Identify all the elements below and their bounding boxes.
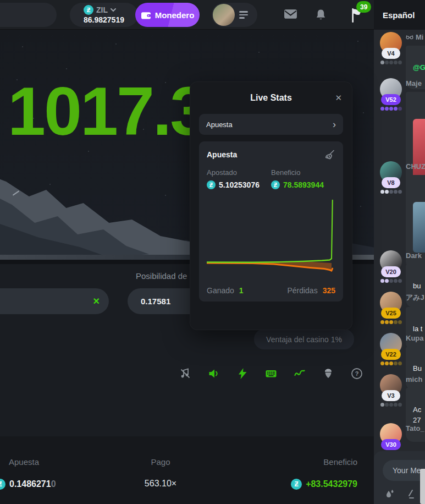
- top-bar: Ƶ ZIL 86.9827519 Monedero 39: [0, 0, 374, 30]
- medal-icons: [380, 107, 402, 111]
- session-profit-label: Beneficio: [271, 168, 335, 177]
- chat-input-container: Your Me: [374, 451, 425, 504]
- zil-coin-icon: Ƶ: [0, 479, 5, 490]
- chat-username[interactable]: Mi: [406, 33, 425, 41]
- svg-text:?: ?: [355, 370, 359, 377]
- music-off-icon[interactable]: [179, 368, 191, 380]
- vip-badge: V3: [382, 390, 400, 401]
- header-left-stub: [0, 3, 57, 27]
- acorn-icon[interactable]: [322, 368, 334, 380]
- medal-icons: [380, 320, 402, 324]
- payout-input[interactable]: ✕: [0, 288, 109, 314]
- medal-icons: [380, 361, 402, 365]
- chat-username[interactable]: mich: [406, 375, 425, 384]
- broom-icon[interactable]: [324, 149, 335, 160]
- vip-badge: V8: [382, 177, 400, 188]
- live-stats-title: Live Stats: [250, 93, 292, 103]
- session-profit-value: Ƶ78.5893944: [271, 180, 335, 189]
- help-icon[interactable]: ?: [351, 368, 363, 380]
- vip-badge: V25: [381, 308, 401, 319]
- chevron-down-icon: [111, 8, 116, 12]
- bell-icon[interactable]: [314, 8, 327, 21]
- popup-panel-sliver: [420, 469, 425, 504]
- multiplier-x-icon: ✕: [93, 296, 100, 306]
- water-drops-icon[interactable]: [385, 489, 395, 500]
- house-edge-chip: Ventaja del casino 1%: [254, 329, 354, 349]
- losses-label: Pérdidas: [287, 286, 317, 295]
- chat-username[interactable]: Maje: [406, 79, 425, 87]
- stats-card: Apuesta Apostado Ƶ5.10253076 Beneficio Ƶ…: [199, 141, 343, 302]
- chat-panel: V4 Mi @G V52 Maje: [374, 0, 425, 504]
- menu-icon[interactable]: [239, 11, 248, 19]
- live-stats-panel: Live Stats ✕ Apuesta › Apuesta Apostado …: [190, 81, 352, 330]
- currency-selector[interactable]: Ƶ ZIL 86.9827519: [70, 3, 138, 27]
- wagered-value: Ƶ5.10253076: [207, 180, 271, 189]
- vip-badge: V4: [382, 48, 400, 59]
- sound-icon[interactable]: [208, 368, 220, 380]
- chevron-right-icon: ›: [333, 119, 336, 129]
- language-selector[interactable]: Español: [383, 10, 415, 20]
- user-avatar[interactable]: [213, 4, 235, 26]
- payout-label: Pago: [151, 457, 170, 467]
- chat-username[interactable]: Kupa: [406, 334, 425, 342]
- wallet-icon: [141, 10, 151, 20]
- medal-icons: [380, 61, 402, 64]
- medal-icons: [380, 403, 402, 407]
- game-toolbar: ?: [179, 368, 363, 380]
- wins-value: 1: [239, 286, 244, 295]
- chat-username[interactable]: Tato_: [406, 424, 425, 432]
- wallet-button[interactable]: Monedero: [135, 3, 200, 27]
- wallet-label: Monedero: [155, 10, 195, 20]
- vip-badge: V52: [381, 94, 401, 105]
- wins-label: Ganado: [207, 286, 234, 295]
- payout-value: 563.10×: [145, 479, 176, 489]
- zil-coin-icon: Ƶ: [84, 5, 93, 15]
- profile-menu: [212, 3, 257, 27]
- crash-multiplier: 1017.3: [8, 77, 206, 145]
- bet-result-bar: Apuesta Ƶ 0.14862710 Pago 563.10× Benefi…: [0, 436, 374, 504]
- chat-username[interactable]: CHUZ: [406, 162, 425, 171]
- wagered-label: Apostado: [207, 168, 271, 177]
- vip-badge: V22: [381, 349, 401, 360]
- zil-coin-icon: Ƶ: [207, 180, 216, 189]
- currency-code: ZIL: [96, 6, 108, 14]
- profit-chart: [207, 197, 335, 281]
- turbo-bet-icon[interactable]: [236, 368, 249, 380]
- live-stats-icon[interactable]: [294, 368, 306, 380]
- close-icon[interactable]: ✕: [335, 93, 342, 103]
- bet-amount-label: Apuesta: [9, 457, 56, 467]
- goggles-icon: [406, 34, 413, 40]
- notification-badge: 39: [356, 1, 371, 13]
- message-image[interactable]: [413, 202, 425, 253]
- chat-message-input[interactable]: Your Me: [383, 460, 425, 481]
- win-chance-label: Posibilidad de: [136, 271, 187, 281]
- bet-amount-value: Ƶ 0.14862710: [0, 479, 56, 490]
- medal-icons: [380, 190, 402, 194]
- win-chance-value: 0.17581: [141, 297, 170, 306]
- medal-icons: [380, 279, 402, 283]
- balance-value: 86.9827519: [84, 15, 124, 24]
- mail-icon[interactable]: [284, 9, 297, 19]
- slash-underscore-icon[interactable]: [406, 489, 416, 500]
- vip-badge: V20: [381, 266, 401, 277]
- zil-coin-icon: Ƶ: [271, 180, 280, 189]
- vip-badge: V30: [381, 439, 401, 450]
- hotkeys-icon[interactable]: [265, 368, 277, 380]
- app-root: Ƶ ZIL 86.9827519 Monedero 39 1017.3: [0, 0, 425, 504]
- stats-mode-selector[interactable]: Apuesta ›: [199, 114, 343, 135]
- zil-coin-icon: Ƶ: [291, 479, 302, 490]
- chat-header: Español: [374, 0, 425, 30]
- chat-username[interactable]: Dark: [406, 251, 425, 260]
- losses-value: 325: [323, 286, 335, 295]
- profit-label: Beneficio: [323, 457, 357, 467]
- profit-value: Ƶ +83.5432979: [291, 479, 357, 490]
- chat-username[interactable]: アみJ: [406, 293, 425, 303]
- stats-card-title: Apuesta: [207, 150, 237, 159]
